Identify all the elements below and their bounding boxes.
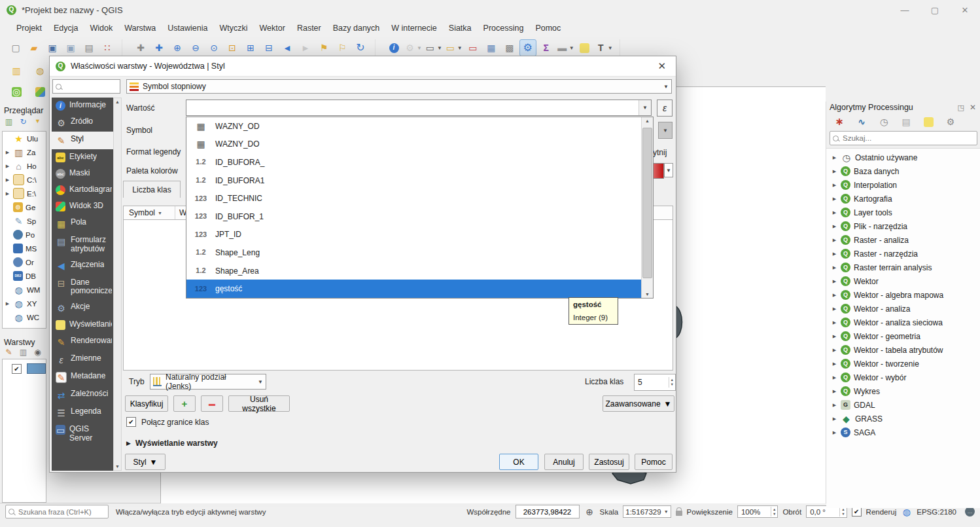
scroll-down-icon[interactable]: ▼	[115, 464, 120, 469]
algorithm-group-wektor-analiza[interactable]: ▶QWektor - analiza	[826, 302, 980, 316]
refresh-map-button[interactable]: ↻	[352, 39, 369, 56]
field-option-id-bufora[interactable]: 1.2ID_BUFORA_	[186, 153, 641, 172]
dialog-close-button[interactable]: ✕	[654, 60, 670, 72]
close-button[interactable]: ✕	[950, 0, 980, 20]
classify-button[interactable]: Klasyfikuj	[125, 395, 168, 412]
browser-item-c[interactable]: ▶C:\	[3, 173, 46, 187]
scroll-up-icon[interactable]: ▲	[115, 100, 120, 104]
browser-item-sp[interactable]: ✎Sp	[3, 214, 46, 228]
attribute-table-button[interactable]: ▦	[483, 39, 500, 56]
sidebar-item-maski[interactable]: abcMaski	[52, 166, 113, 182]
save-project-button[interactable]: ▣	[44, 39, 61, 56]
menu-ustawienia[interactable]: Ustawienia	[162, 22, 213, 35]
coords-extent-icon[interactable]: ⊕	[584, 506, 595, 517]
dropdown-scrollbar[interactable]: ▲ ▼	[641, 117, 653, 298]
menu-bazy-danych[interactable]: Bazy danych	[327, 22, 386, 35]
field-option-wazny-od[interactable]: ▦WAZNY_OD	[186, 117, 641, 136]
select-features-button[interactable]: ▭▼	[424, 39, 443, 56]
link-boundaries-checkbox[interactable]: ✔	[126, 417, 136, 427]
sidebar-item-styl[interactable]: ✎Styl	[52, 132, 113, 149]
field-option-g-sto[interactable]: 123gęstość	[186, 280, 641, 298]
processing-toolbox-button[interactable]: ⚙	[519, 39, 536, 56]
classes-count-spinner[interactable]: 5 ▲▼	[634, 374, 676, 391]
field-option-wazny-do[interactable]: ▦WAZNY_DO	[186, 136, 641, 154]
locator-input[interactable]	[17, 507, 108, 517]
layer-item[interactable]: ✔	[3, 359, 46, 374]
sidebar-item-zmienne[interactable]: εZmienne	[52, 351, 113, 369]
edit-features-button[interactable]	[920, 115, 937, 129]
algorithm-group-ostatnio-u-ywane[interactable]: ▶◷Ostatnio używane	[826, 151, 980, 164]
layer-rendering-group[interactable]: ▶ Wyświetlanie warstwy	[126, 439, 218, 448]
menu-edycja[interactable]: Edycja	[48, 22, 84, 35]
browser-item-or[interactable]: Or	[3, 255, 46, 269]
menu-widok[interactable]: Widok	[84, 22, 118, 35]
identify-features-button[interactable]: i	[385, 39, 402, 56]
cancel-button[interactable]: Anuluj	[544, 454, 584, 470]
layout-manager-button[interactable]: ▤	[80, 39, 97, 56]
colored-map-button[interactable]	[31, 82, 49, 101]
browser-item-ulu[interactable]: ★Ulu	[3, 132, 46, 145]
menu-projekt[interactable]: Projekt	[10, 22, 48, 35]
layer-visibility-checkbox[interactable]: ✔	[12, 364, 22, 374]
algorithm-group-plik-narz-dzia[interactable]: ▶QPlik - narzędzia	[826, 219, 980, 233]
expression-builder-button[interactable]: ε	[657, 100, 673, 117]
pan-to-selection-button[interactable]: ✚	[150, 39, 167, 56]
algorithm-group-layer-tools[interactable]: ▶QLayer tools	[826, 206, 980, 219]
scale-combo[interactable]: 1:5167329 ▼	[623, 505, 671, 518]
color-ramp-dropdown-button[interactable]: ▼	[664, 163, 673, 177]
value-field-combo[interactable]: ▼	[186, 100, 652, 116]
sidebar-item-renderowanie[interactable]: ✎Renderowanie	[52, 333, 113, 351]
render-checkbox[interactable]: ✔	[852, 507, 862, 517]
show-bookmarks-button[interactable]: ⚐	[334, 39, 351, 56]
coords-input[interactable]	[516, 505, 580, 518]
processing-search-input[interactable]	[841, 134, 977, 143]
delete-all-button[interactable]: Usuń wszystkie	[228, 395, 290, 412]
zoom-to-selection-button[interactable]: ⊞	[242, 39, 259, 56]
zoom-next-button[interactable]: ▶	[297, 39, 314, 56]
scrollbar-thumb[interactable]	[642, 128, 652, 278]
browser-item-za[interactable]: ▶▥Za	[3, 145, 46, 159]
browser-item-ge[interactable]: ◍Ge	[3, 200, 46, 214]
pan-map-button[interactable]: ✚	[132, 39, 149, 56]
sidebar-item-qgis-server[interactable]: ▭QGIS Server	[52, 422, 113, 446]
ok-button[interactable]: OK	[499, 454, 538, 470]
sidebar-scrollbar[interactable]: ▲ ▼	[113, 98, 122, 471]
processing-search[interactable]	[830, 131, 977, 145]
menu-pomoc[interactable]: Pomoc	[529, 22, 567, 35]
values-column-header-clipped[interactable]: W	[175, 208, 186, 217]
history-button[interactable]: ◷	[875, 115, 892, 129]
zoom-in-button[interactable]: ⊕	[169, 39, 186, 56]
sidebar-item-zale-no-ci[interactable]: ⇄Zależności	[52, 386, 113, 404]
chevron-down-icon[interactable]: ▼	[639, 100, 651, 115]
menu-siatka[interactable]: Siatka	[443, 22, 478, 35]
renderer-combo[interactable]: Symbol stopniowy ▼	[126, 79, 672, 94]
field-option-shape-area[interactable]: 1.2Shape_Area	[186, 262, 641, 280]
browser-item-wc[interactable]: ◍WC	[3, 310, 46, 324]
locator-search[interactable]	[5, 505, 109, 518]
sidebar-item-legenda[interactable]: ☰Legenda	[52, 404, 113, 422]
browser-item-ho[interactable]: ▶⌂Ho	[3, 159, 46, 173]
menu-wtyczki[interactable]: Wtyczki	[213, 22, 253, 35]
algorithm-group-wektor-analiza-sieciowa[interactable]: ▶QWektor - analiza sieciowa	[826, 316, 980, 329]
sidebar-item-z-czenia[interactable]: ◀Złączenia	[52, 257, 113, 275]
symbol-dropdown-button[interactable]: ▼	[658, 122, 673, 139]
style-manager-button[interactable]: ∷	[99, 39, 116, 56]
field-option-id-bufor-1[interactable]: 123ID_BUFOR_1	[186, 208, 641, 226]
browser-item-xy[interactable]: ▶◍XY	[3, 297, 46, 310]
algorithm-group-wykres[interactable]: ▶QWykres	[826, 384, 980, 398]
results-viewer-button[interactable]: ▤	[898, 115, 915, 129]
algorithm-group-baza-danych[interactable]: ▶QBaza danych	[826, 164, 980, 178]
models-button[interactable]: ∗	[831, 115, 848, 129]
text-annotation-button[interactable]: T▼	[595, 39, 614, 56]
browser-item-ms[interactable]: MS	[3, 242, 46, 255]
sidebar-item-kartodiagram[interactable]: Kartodiagram	[52, 182, 113, 198]
sidebar-item-pola[interactable]: ▦Pola	[52, 215, 113, 232]
field-option-shape-leng[interactable]: 1.2Shape_Leng	[186, 244, 641, 262]
new-bookmark-button[interactable]: ⚑	[315, 39, 332, 56]
symbol-column-header[interactable]: Symbol ▼	[124, 208, 175, 217]
options-button[interactable]: ⚙	[942, 115, 959, 129]
apply-button[interactable]: Zastosuj	[589, 454, 629, 470]
sidebar-item-metadane[interactable]: ✎Metadane	[52, 369, 113, 386]
statistics-button[interactable]: Σ	[538, 39, 555, 56]
link-boundaries-row[interactable]: ✔ Połącz granice klas	[126, 417, 209, 427]
